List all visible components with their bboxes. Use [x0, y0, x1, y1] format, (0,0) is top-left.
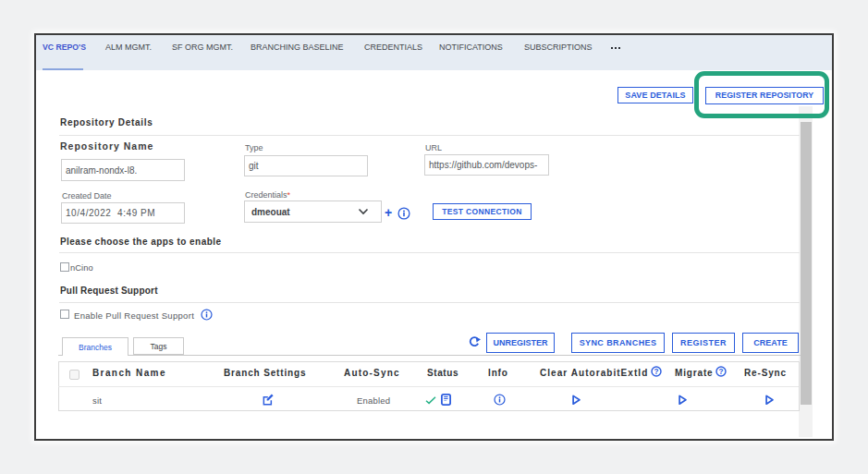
svg-text:?: ? [654, 367, 659, 375]
svg-text:?: ? [719, 367, 724, 375]
